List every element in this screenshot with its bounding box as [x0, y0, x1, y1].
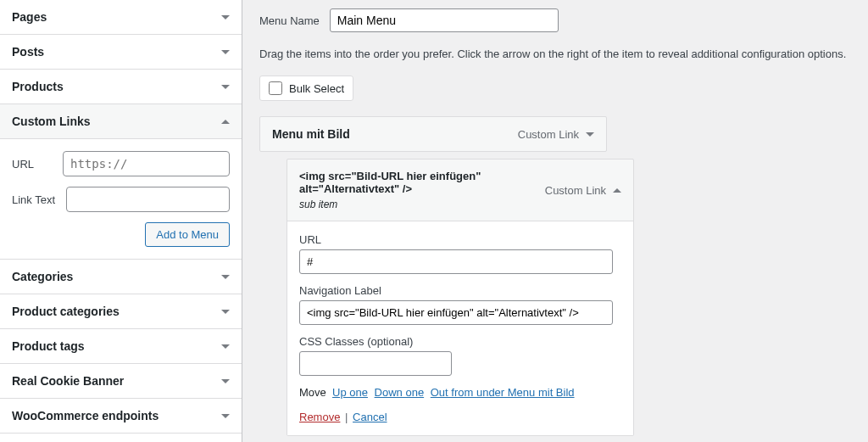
add-to-menu-button[interactable]: Add to Menu [145, 222, 230, 247]
menu-item-sub-header[interactable]: <img src="Bild-URL hier einfügen" alt="A… [287, 159, 633, 221]
move-row: Move Up one Down one Out from under Menu… [299, 386, 621, 399]
accordion-product-tags[interactable]: Product tags [0, 329, 242, 364]
accordion-label: Pages [12, 10, 47, 24]
accordion-label: Categories [12, 270, 73, 283]
chevron-down-icon [221, 379, 230, 383]
url-input[interactable] [63, 151, 230, 176]
menu-item-type: Custom Link [518, 128, 594, 141]
bulk-select-label: Bulk Select [289, 82, 344, 95]
chevron-up-icon [221, 120, 230, 124]
navlabel-field-label: Navigation Label [299, 284, 621, 297]
instructions-text: Drag the items into the order you prefer… [259, 48, 851, 60]
accordion-label: WooCommerce endpoints [12, 409, 159, 422]
chevron-down-icon [221, 414, 230, 418]
chevron-down-icon [221, 275, 230, 279]
cancel-link[interactable]: Cancel [353, 411, 387, 423]
menu-item-sub: <img src="Bild-URL hier einfügen" alt="A… [287, 159, 634, 436]
accordion-real-cookie-banner[interactable]: Real Cookie Banner [0, 364, 242, 399]
menu-name-label: Menu Name [259, 14, 320, 27]
accordion-products[interactable]: Products [0, 70, 242, 104]
accordion-custom-links[interactable]: Custom Links URL Link Text Add to Menu [0, 104, 242, 260]
menu-item-type: Custom Link [545, 184, 621, 197]
move-down-link[interactable]: Down one [375, 386, 425, 399]
chevron-down-icon [221, 15, 230, 20]
accordion-label: Custom Links [12, 115, 91, 128]
linktext-label: Link Text [12, 193, 66, 206]
linktext-input[interactable] [66, 187, 230, 212]
accordion-product-categories[interactable]: Product categories [0, 294, 242, 329]
accordion-woocommerce-endpoints[interactable]: WooCommerce endpoints [0, 399, 242, 434]
accordion-posts[interactable]: Posts [0, 35, 242, 70]
menu-item-title: <img src="Bild-URL hier einfügen" alt="A… [299, 170, 511, 195]
url-label: URL [12, 158, 63, 171]
bulk-select-checkbox[interactable] [269, 81, 282, 95]
chevron-down-icon [221, 50, 230, 54]
main-panel: Menu Name Drag the items into the order … [242, 0, 868, 442]
chevron-down-icon [221, 344, 230, 349]
separator: | [345, 411, 348, 423]
accordion-label: Product tags [12, 339, 85, 353]
menu-name-input[interactable] [330, 8, 559, 32]
chevron-up-icon [613, 188, 621, 193]
bulk-select-control[interactable]: Bulk Select [259, 76, 353, 101]
move-out-link[interactable]: Out from under Menu mit Bild [431, 386, 575, 399]
sidebar: Pages Posts Products Custom Links URL Li… [0, 0, 242, 442]
css-field-label: CSS Classes (optional) [299, 335, 621, 348]
sub-item-label: sub item [299, 199, 511, 210]
css-field-input[interactable] [299, 351, 452, 376]
accordion-categories[interactable]: Categories [0, 260, 242, 294]
menu-item-parent[interactable]: Menu mit Bild Custom Link [259, 116, 607, 152]
accordion-label: Products [12, 80, 64, 93]
url-field-label: URL [299, 233, 621, 246]
move-label: Move [299, 386, 326, 399]
accordion-label: Posts [12, 45, 44, 59]
custom-links-body: URL Link Text Add to Menu [0, 138, 242, 259]
navlabel-field-input[interactable] [299, 300, 613, 325]
remove-link[interactable]: Remove [299, 411, 340, 423]
accordion-label: Product categories [12, 305, 120, 318]
accordion-label: Real Cookie Banner [12, 374, 124, 388]
move-up-link[interactable]: Up one [332, 386, 368, 399]
chevron-down-icon [586, 132, 594, 137]
chevron-down-icon [221, 310, 230, 314]
accordion-pages[interactable]: Pages [0, 0, 242, 35]
action-row: Remove | Cancel [299, 411, 621, 423]
url-field-input[interactable] [299, 249, 613, 274]
chevron-down-icon [221, 85, 230, 89]
menu-item-body: URL Navigation Label CSS Classes (option… [287, 221, 633, 435]
menu-item-title: Menu mit Bild [272, 127, 350, 141]
